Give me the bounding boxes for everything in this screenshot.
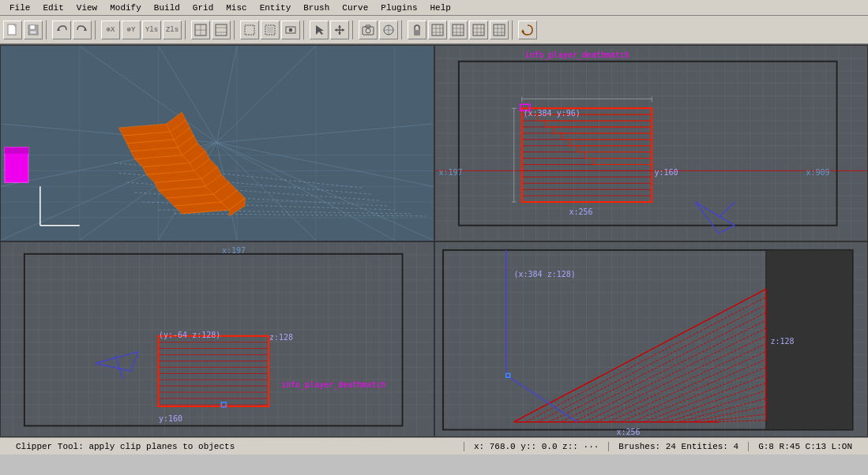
toolbar-move[interactable] [330,21,349,39]
svg-marker-20 [338,25,341,28]
toolbar-grid4[interactable] [490,21,509,39]
svg-marker-4 [57,28,60,31]
front-entity: info_player_deathmatch [281,380,385,389]
svg-rect-41 [473,24,484,36]
toolbar-brush1[interactable] [191,21,210,39]
svg-rect-14 [267,27,273,33]
svg-point-25 [366,28,370,33]
toolbar-new[interactable] [3,21,22,39]
viewports: info_player_deathmatch (x:384 y:96) y:16… [0,44,868,437]
svg-marker-51 [521,29,524,32]
svg-marker-5 [84,28,87,31]
svg-rect-46 [494,24,505,36]
menu-misc[interactable]: Misc [220,2,253,14]
toolbar-zls[interactable]: Zls [163,21,182,39]
toolbar-lock[interactable] [408,21,426,39]
menu-curve[interactable]: Curve [336,2,374,14]
front-coord2: z:128 [269,333,293,342]
toolbar-brush2[interactable] [212,21,231,39]
toolbar-refresh[interactable] [518,21,537,39]
side-coord1: (x:384 z:128) [514,270,576,279]
menu-file[interactable]: File [3,2,36,14]
menu-build[interactable]: Build [148,2,186,14]
toolbar-save[interactable] [24,21,43,39]
svg-rect-36 [453,24,464,36]
brushes-status: Brushes: 24 Entities: 4 [609,442,749,451]
toolbar-sep-2 [95,21,98,39]
svg-marker-17 [316,25,324,35]
svg-rect-30 [414,30,420,36]
toolbar-camera[interactable] [359,21,378,39]
svg-rect-2 [30,25,35,29]
toolbar-sep-8 [512,21,515,39]
statusbar: Clipper Tool: apply clip planes to objec… [0,437,868,454]
toolbar-grid2[interactable] [449,21,468,39]
coord-label-left: x:197 [439,168,463,177]
toolbar-sep-1 [46,21,49,39]
toolbar-sel1[interactable] [240,21,259,39]
menu-view[interactable]: View [70,2,103,14]
front-coord3: y:160 [159,414,182,423]
side-coord2: z:128 [771,337,795,346]
menu-plugins[interactable]: Plugins [374,2,423,14]
toolbar-sep-6 [352,21,355,39]
toolbar-sep-5 [303,21,306,39]
toolbar-yls[interactable]: Yls [142,21,161,39]
toolbar-yflip[interactable]: ⊕Y [122,21,141,39]
svg-rect-110 [5,148,28,154]
viewport-3d[interactable] [0,45,434,241]
menu-edit[interactable]: Edit [36,2,70,14]
svg-marker-21 [338,32,341,35]
coord-label-top-1: (x:384 y:96) [524,109,581,118]
toolbar-sep-7 [401,21,404,39]
tool-status: Clipper Tool: apply clip planes to objec… [6,442,464,451]
svg-rect-3 [30,31,36,34]
toolbar-undo[interactable] [52,21,71,39]
svg-marker-22 [335,28,337,32]
svg-rect-16 [289,28,292,32]
toolbar-xflip[interactable]: ⊕X [101,21,120,39]
toolbar: ⊕X ⊕Y Yls Zls [0,16,868,44]
front-label: x:197 [222,246,246,255]
front-coord1: (y:-64 z:128) [159,331,220,339]
toolbar-sep-3 [185,21,188,39]
viewport-side[interactable]: (x:384 z:128) z:128 x:256 [434,241,869,438]
svg-rect-210 [1,242,434,437]
toolbar-sel3[interactable] [281,21,300,39]
toolbar-arrow[interactable] [310,21,329,39]
toolbar-grid3[interactable] [469,21,488,39]
toolbar-circlematch[interactable] [379,21,398,39]
svg-marker-23 [342,28,344,32]
menu-modify[interactable]: Modify [103,2,148,14]
svg-rect-9 [216,24,227,36]
svg-rect-31 [432,24,443,36]
menu-brush[interactable]: Brush [297,2,336,14]
svg-rect-12 [245,25,254,35]
toolbar-redo[interactable] [73,21,92,39]
side-coord3: x:256 [617,428,641,436]
menu-entity[interactable]: Entity [254,2,298,14]
grid-status: G:8 R:45 C:13 L:ON [749,442,862,451]
viewport-top[interactable]: info_player_deathmatch (x:384 y:96) y:16… [434,45,869,241]
menu-help[interactable]: Help [424,2,457,14]
coord-label-right: x:909 [806,168,830,177]
menu-grid[interactable]: Grid [186,2,220,14]
menubar: File Edit View Modify Build Grid Misc En… [0,0,868,16]
toolbar-sep-4 [234,21,237,39]
toolbar-sel2[interactable] [261,21,280,39]
coords-status: x: 768.0 y:: 0.0 z:: ··· [464,442,609,451]
coord-label-top-3: x:256 [569,208,593,216]
coord-label-top-2: y:160 [655,168,678,177]
viewport-front[interactable]: x:197 (y:-64 z:128) z:128 y:160 info_pla… [0,241,434,438]
entity-label-top: info_player_deathmatch [525,50,629,59]
toolbar-grid1[interactable] [428,21,447,39]
